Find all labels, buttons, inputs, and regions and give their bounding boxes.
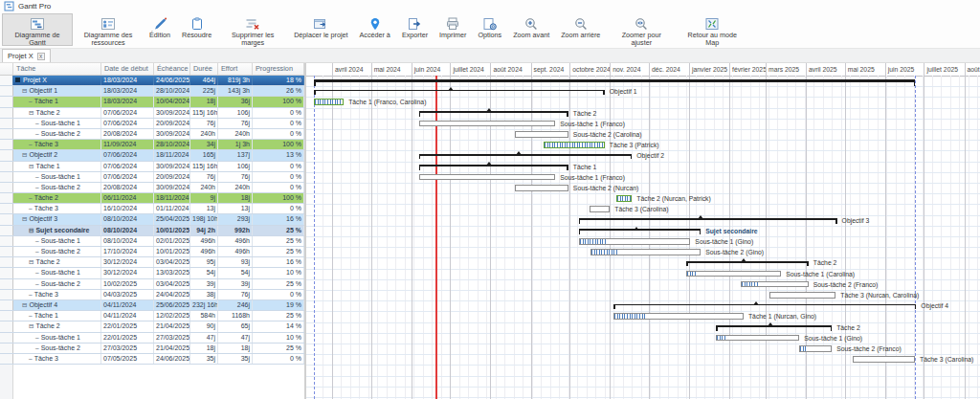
table-row[interactable]: ⊟Objectif 118/03/202428/10/2024225j143j … xyxy=(0,86,304,97)
gantt-bar-task[interactable] xyxy=(769,292,835,299)
toolbar-button-gantt-chart-view[interactable]: Diagramme de Gantt xyxy=(2,13,73,46)
gantt-bar-summary[interactable] xyxy=(314,90,605,92)
grid-row-line xyxy=(306,387,980,388)
gantt-bar-task[interactable] xyxy=(314,99,344,105)
progress-cell: 0 % xyxy=(253,290,304,299)
gantt-bar-summary[interactable] xyxy=(613,304,916,306)
gantt-bar-task[interactable] xyxy=(613,313,744,320)
table-row[interactable]: ‒Tâche 104/11/202412/02/2025584h1168h25 … xyxy=(0,311,304,321)
toolbar-button-export[interactable]: Exporter xyxy=(396,13,434,46)
toolbar-button-move-project[interactable]: Déplacer le projet xyxy=(288,13,353,46)
table-row[interactable]: ⊟Tâche 222/01/202521/04/202590j65j14 % xyxy=(0,321,304,332)
table-row[interactable]: ⊟Tâche 107/06/202430/09/2024115j 16h106j… xyxy=(0,162,304,172)
table-row[interactable]: ⊟Sujet secondaire08/10/202410/01/202594j… xyxy=(0,226,304,236)
gantt-bar-task[interactable] xyxy=(686,271,781,277)
table-row[interactable]: Projet X18/03/202424/06/2025464j819j 3h1… xyxy=(0,76,304,86)
tree-collapse-icon[interactable]: ⊟ xyxy=(22,301,27,308)
toolbar-button-zoom-out[interactable]: Zoom arrière xyxy=(555,13,606,46)
table-row[interactable]: ‒Sous-tâche 220/08/202430/09/2024240h240… xyxy=(0,183,304,193)
column-header-date-de-debut[interactable]: Date de début xyxy=(101,63,154,75)
row-gutter-cell xyxy=(0,76,13,85)
gantt-bar-task[interactable] xyxy=(419,121,555,127)
table-row[interactable]: ‒Tâche 118/03/202410/04/202418j36j100 % xyxy=(0,97,304,107)
table-row[interactable]: ‒Sous-tâche 130/12/202413/03/202554j54j1… xyxy=(0,268,304,278)
toolbar-button-print[interactable]: Imprimer xyxy=(434,13,472,46)
gantt-bar-summary[interactable] xyxy=(419,154,632,156)
tab-projet-x[interactable]: Projet X x xyxy=(2,49,51,62)
toolbar-button-edit[interactable]: Édition xyxy=(144,13,176,46)
gantt-bar-project[interactable] xyxy=(314,79,915,82)
table-row[interactable]: ‒Sous-tâche 220/08/202430/09/2024240h240… xyxy=(0,129,304,140)
table-row[interactable]: ⊟Objectif 207/06/202418/11/2024165j137j1… xyxy=(0,150,304,161)
table-row[interactable]: ⊟Objectif 308/10/202425/04/2025198j 10h2… xyxy=(0,214,304,225)
toolbar-button-back-to-map-mode[interactable]: Retour au mode Map xyxy=(677,13,747,46)
toolbar-button-options[interactable]: Options xyxy=(472,13,507,46)
gantt-bar-summary[interactable] xyxy=(686,261,808,263)
gantt-bar-summary[interactable] xyxy=(419,111,568,113)
table-row[interactable]: ‒Sous-tâche 227/03/202521/04/202518j18j2… xyxy=(0,344,304,354)
column-header-tache[interactable]: Tâche xyxy=(13,63,101,75)
tree-collapse-icon[interactable]: ⊟ xyxy=(22,151,27,158)
grid-month-line xyxy=(412,63,412,399)
effort-cell: 106j xyxy=(218,108,253,118)
toolbar-button-go-to[interactable]: Accéder à xyxy=(354,13,396,46)
gantt-bar-task[interactable] xyxy=(590,249,701,255)
table-row[interactable]: ‒Tâche 206/11/202418/11/20249j18j100 % xyxy=(0,193,304,204)
gantt-bar-task[interactable] xyxy=(590,206,611,212)
tree-collapse-icon[interactable]: ⊟ xyxy=(29,227,33,233)
gantt-bar-task[interactable] xyxy=(419,174,555,181)
gantt-bar-task[interactable] xyxy=(515,131,568,138)
grid-week-line xyxy=(368,76,369,399)
gantt-bar-task[interactable] xyxy=(544,142,605,148)
table-row[interactable]: ‒Tâche 316/10/202401/11/202413j13j0 % xyxy=(0,204,304,214)
table-row[interactable]: ‒Tâche 311/09/202428/10/202434j1j 3h100 … xyxy=(0,140,304,150)
toolbar-button-resolve[interactable]: Résoudre xyxy=(176,13,217,46)
table-row[interactable]: ‒Sous-tâche 210/02/202503/04/202539j39j2… xyxy=(0,279,304,290)
gantt-bar-summary[interactable] xyxy=(579,229,701,231)
gantt-bar-summary[interactable] xyxy=(716,325,832,327)
table-row[interactable]: ⊟Objectif 404/11/202425/06/2025232j 16h2… xyxy=(0,300,304,311)
toolbar-button-remove-margins[interactable]: Supprimer les marges xyxy=(217,13,288,46)
due-date-cell: 18/11/2024 xyxy=(154,193,190,203)
gantt-bar-task[interactable] xyxy=(515,185,568,191)
gantt-bar-summary[interactable] xyxy=(579,218,837,220)
column-header-progression[interactable]: Progression xyxy=(253,63,304,75)
task-name-cell: ⊟Objectif 2 xyxy=(13,150,101,160)
toolbar-button-zoom-fit[interactable]: Zoomer pour ajuster xyxy=(606,13,677,46)
table-row[interactable]: ‒Sous-tâche 108/10/202402/01/2025496h496… xyxy=(0,236,304,247)
month-label: janvier 2025 xyxy=(692,63,727,76)
column-header-duree[interactable]: Durée xyxy=(190,63,218,75)
gantt-bar-task[interactable] xyxy=(716,335,799,342)
tree-collapse-icon[interactable]: ⊟ xyxy=(29,163,33,169)
table-row[interactable]: ⊟Tâche 207/06/202430/09/2024115j 16h106j… xyxy=(0,108,304,119)
table-row[interactable]: ‒Sous-tâche 122/01/202527/03/202547j47j1… xyxy=(0,333,304,344)
column-header-echeance[interactable]: Échéance xyxy=(154,63,190,75)
tree-collapse-icon[interactable]: ⊟ xyxy=(22,215,27,222)
table-row[interactable]: ‒Tâche 307/05/202524/06/202535j35j0 % xyxy=(0,354,304,365)
table-row[interactable]: ‒Sous-tâche 107/06/202420/09/202476j76j0… xyxy=(0,172,304,183)
table-row[interactable]: ‒Tâche 304/03/202524/04/202538j76j0 % xyxy=(0,290,304,300)
gantt-bar-summary[interactable] xyxy=(419,165,568,166)
table-row[interactable]: ‒Sous-tâche 217/10/202410/01/2025496h496… xyxy=(0,247,304,257)
table-row[interactable]: ⊟Tâche 230/12/202403/04/202595j93j16 % xyxy=(0,257,304,268)
gantt-bar-task[interactable] xyxy=(579,238,691,245)
toolbar-button-resource-chart-view[interactable]: Diagramme des ressources xyxy=(73,13,144,46)
table-row[interactable]: ‒Sous-tâche 107/06/202420/09/202476j76j0… xyxy=(0,119,304,129)
tree-collapse-icon[interactable]: ⊟ xyxy=(29,109,33,116)
tree-collapse-icon[interactable]: ⊟ xyxy=(29,258,33,265)
gantt-bar-task[interactable] xyxy=(616,195,632,202)
grid-row-line xyxy=(306,172,980,173)
duration-cell: 94j 2h xyxy=(190,226,218,235)
start-date-cell: 30/12/2024 xyxy=(101,257,154,267)
tree-collapse-icon[interactable]: ⊟ xyxy=(29,322,33,329)
grid-row-line xyxy=(306,236,980,237)
gantt-bar-task[interactable] xyxy=(741,281,809,288)
due-date-cell: 10/01/2025 xyxy=(154,247,190,256)
due-date-cell: 20/09/2024 xyxy=(154,119,190,128)
column-header-effort[interactable]: Effort xyxy=(218,63,253,75)
gantt-bar-task[interactable] xyxy=(853,356,915,363)
tree-collapse-icon[interactable]: ⊟ xyxy=(22,87,27,94)
gantt-bar-task[interactable] xyxy=(799,345,832,352)
toolbar-button-zoom-in[interactable]: Zoom avant xyxy=(507,13,555,46)
tab-close-icon[interactable]: x xyxy=(37,53,45,60)
